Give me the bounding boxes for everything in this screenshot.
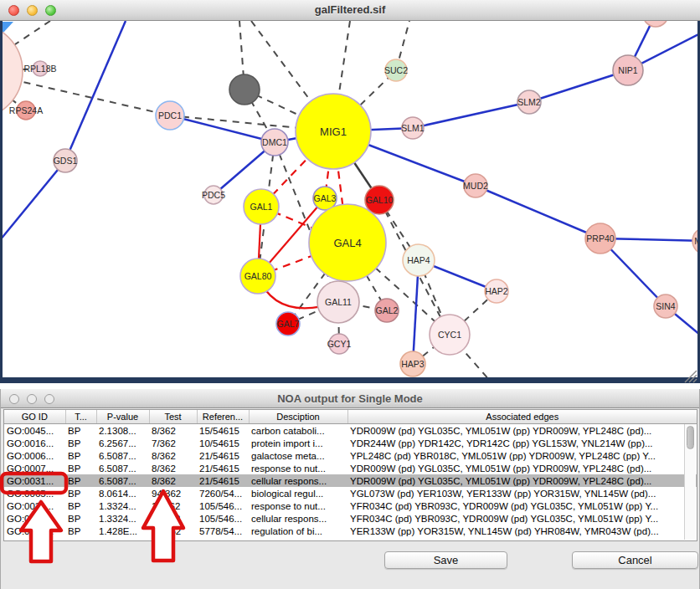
- network-node-TOPNODE[interactable]: [643, 21, 668, 27]
- node-label-DMC1: DMC1: [262, 137, 287, 147]
- node-label-RPS24A: RPS24A: [9, 105, 43, 115]
- node-label-SLM2: SLM2: [517, 97, 541, 107]
- node-label-HAP4: HAP4: [407, 255, 430, 265]
- node-label-HAP3: HAP3: [401, 359, 425, 369]
- save-button[interactable]: Save: [384, 551, 507, 569]
- network-edge[interactable]: [3, 161, 65, 240]
- network-edge[interactable]: [476, 186, 600, 238]
- noa-window-title: NOA output for Single Mode: [1, 392, 699, 405]
- node-label-GCY1: GCY1: [327, 339, 352, 349]
- node-label-CYC1: CYC1: [438, 330, 461, 340]
- table-header-row[interactable]: GO IDT...P-valueTestReferen...Desciption…: [4, 410, 697, 424]
- resize-grip[interactable]: [682, 369, 698, 384]
- table-row[interactable]: GO:0050...BP1.428E...80/3625778/54...reg…: [4, 525, 697, 537]
- network-node-GRAY[interactable]: [229, 74, 260, 105]
- table-row[interactable]: GO:0006...BP6.5087...8/36221/54615galact…: [4, 449, 697, 462]
- node-label-HAP2: HAP2: [485, 286, 508, 296]
- scrollbar-thumb[interactable]: [687, 426, 694, 449]
- column-header-4[interactable]: Referen...: [197, 410, 249, 424]
- node-label-GAL11: GAL11: [325, 297, 352, 307]
- node-label-GAL2: GAL2: [376, 305, 399, 315]
- noa-window-titlebar[interactable]: NOA output for Single Mode: [1, 389, 699, 408]
- node-label-GAL4: GAL4: [333, 237, 361, 249]
- node-label-MIG1: MIG1: [320, 125, 347, 138]
- edge-fragment: [3, 22, 13, 33]
- column-header-0[interactable]: GO ID: [4, 410, 65, 424]
- network-edge[interactable]: [170, 115, 275, 142]
- table-row[interactable]: GO:0031...BP6.5087...8/36221/54615cellul…: [4, 474, 697, 487]
- node-label-NIP1: NIP1: [618, 65, 638, 75]
- node-label-SLM1: SLM1: [401, 123, 425, 133]
- node-label-PRP40: PRP40: [586, 233, 614, 243]
- node-label-MUD2: MUD2: [463, 181, 488, 191]
- table-row[interactable]: GO:0016...BP6.2567...7/36210/54615protei…: [4, 437, 697, 449]
- network-window-title: galFiltered.sif: [0, 3, 700, 16]
- column-header-1[interactable]: T...: [65, 410, 96, 424]
- table-scrollbar[interactable]: [684, 424, 696, 540]
- network-edge[interactable]: [413, 102, 529, 128]
- node-label-MSL5: MSL5: [694, 236, 697, 246]
- network-graph[interactable]: RPL18BRPS24AGDS1PDC1MIG1DMC1SUC2SLM1SLM2…: [3, 21, 697, 377]
- network-canvas[interactable]: RPL18BRPS24AGDS1PDC1MIG1DMC1SUC2SLM1SLM2…: [0, 21, 700, 383]
- column-header-5[interactable]: Desciption: [249, 410, 347, 424]
- node-label-SIN4: SIN4: [656, 301, 676, 311]
- node-label-GAL80: GAL80: [244, 271, 272, 281]
- table-row[interactable]: GO:0045...BP2.1308...8/36215/54615carbon…: [4, 424, 697, 438]
- column-header-2[interactable]: P-value: [96, 410, 149, 424]
- go-table: GO IDT...P-valueTestReferen...Desciption…: [4, 410, 697, 537]
- go-results-table: GO IDT...P-valueTestReferen...Desciption…: [3, 409, 697, 541]
- network-edge[interactable]: [65, 21, 126, 161]
- node-label-PDC1: PDC1: [158, 110, 182, 120]
- node-label-GAL10: GAL10: [366, 195, 394, 205]
- table-row[interactable]: GO:0007...BP6.5087...8/36221/54615respon…: [4, 462, 697, 474]
- node-label-GDS1: GDS1: [54, 156, 78, 166]
- node-label-GAL3: GAL3: [314, 193, 337, 203]
- column-header-6[interactable]: Associated edges: [347, 410, 697, 424]
- node-label-PDC5: PDC5: [202, 190, 225, 200]
- table-row[interactable]: GO:0065...BP8.0614...94/3627260/54...bio…: [4, 487, 697, 499]
- node-label-SUC2: SUC2: [384, 65, 408, 75]
- node-label-GAL7: GAL7: [277, 319, 300, 329]
- network-window-titlebar[interactable]: galFiltered.sif: [0, 0, 700, 21]
- noa-output-window: NOA output for Single Mode GO IDT...P-va…: [0, 389, 700, 589]
- cancel-button[interactable]: Cancel: [572, 551, 698, 569]
- network-window: galFiltered.sif RPL18BRPS24AGDS1PDC1MIG1…: [0, 0, 700, 389]
- table-row[interactable]: GO:0031...BP1.3324...11/362105/546...cel…: [4, 512, 697, 525]
- node-label-GAL1: GAL1: [250, 202, 273, 212]
- table-row[interactable]: GO:0031...BP1.3324...11/362105/546...res…: [4, 499, 697, 512]
- node-label-RPL18B: RPL18B: [23, 64, 56, 74]
- column-header-3[interactable]: Test: [149, 410, 197, 424]
